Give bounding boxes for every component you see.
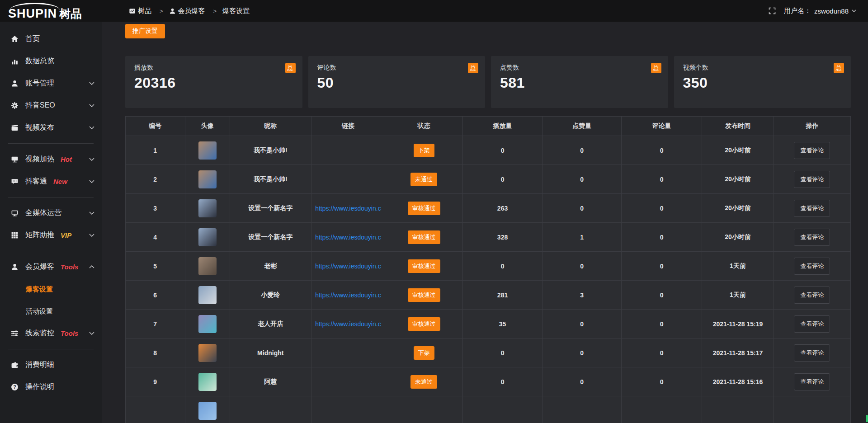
- cell-avatar: [185, 338, 230, 367]
- cell-status: 未通过: [385, 165, 463, 194]
- sidebar-item-数据总览[interactable]: 数据总览: [0, 50, 102, 72]
- cell-plays: 0: [462, 136, 542, 165]
- sidebar-subitem-活动设置[interactable]: 活动设置: [0, 300, 102, 322]
- cell-status: 审核通过: [385, 223, 463, 252]
- cell-avatar: [185, 396, 230, 423]
- fullscreen-icon[interactable]: [769, 7, 776, 14]
- total-badge: 总: [834, 63, 844, 73]
- sidebar-item-线索监控[interactable]: 线索监控Tools: [0, 322, 102, 344]
- view-comments-button[interactable]: 查看评论: [794, 315, 830, 333]
- sidebar-item-消费明细[interactable]: 消费明细: [0, 354, 102, 376]
- sidebar-tag-vip: VIP: [61, 231, 71, 239]
- cell-time: 2021-11-28 15:19: [702, 310, 774, 338]
- cell-link: https://www.iesdouyin.c: [311, 252, 385, 281]
- scrollbar-thumb[interactable]: [866, 415, 868, 422]
- sidebar-item-label: 视频加热: [25, 155, 54, 164]
- breadcrumb-item[interactable]: 会员爆客>: [169, 7, 223, 15]
- sidebar-item-操作说明[interactable]: ?操作说明: [0, 376, 102, 398]
- cell-plays: 0: [462, 367, 542, 396]
- cell-comments: [622, 396, 702, 423]
- view-comments-button[interactable]: 查看评论: [794, 344, 830, 362]
- video-link[interactable]: https://www.iesdouyin.c: [315, 263, 381, 270]
- cell-plays: 0: [462, 252, 542, 281]
- sidebar-item-全媒体运营[interactable]: 全媒体运营: [0, 202, 102, 224]
- view-comments-button[interactable]: 查看评论: [794, 373, 830, 390]
- gear-icon: [10, 102, 19, 109]
- column-header-评论量: 评论量: [622, 117, 702, 136]
- view-comments-button[interactable]: 查看评论: [794, 287, 830, 304]
- column-header-编号: 编号: [126, 117, 185, 136]
- chevron-down-icon: [89, 332, 94, 335]
- view-comments-button[interactable]: 查看评论: [794, 258, 830, 275]
- cell-likes: 0: [542, 338, 622, 367]
- cell-link: [311, 367, 385, 396]
- breadcrumb-item[interactable]: 树品>: [129, 7, 169, 15]
- video-link[interactable]: https://www.iesdouyin.c: [315, 320, 381, 328]
- cell-link: [311, 165, 385, 194]
- avatar: [198, 344, 217, 362]
- stat-card-点赞数: 点赞数581总: [491, 56, 668, 108]
- user-menu[interactable]: 用户名：zswodun88: [784, 7, 856, 15]
- promo-settings-button[interactable]: 推广设置: [125, 24, 165, 38]
- cell-time: 1天前: [702, 281, 774, 310]
- sidebar-divider: [8, 197, 94, 197]
- avatar: [198, 373, 217, 391]
- video-link[interactable]: https://www.iesdouyin.c: [315, 205, 381, 212]
- view-comments-button[interactable]: 查看评论: [794, 142, 830, 159]
- chevron-up-icon: [89, 265, 94, 268]
- app-logo: SHUPIN树品: [0, 1, 102, 21]
- cell-plays: 263: [462, 194, 542, 223]
- cell-action: 查看评论: [774, 223, 850, 252]
- cell-comments: 0: [622, 136, 702, 165]
- stat-card-视频个数: 视频个数350总: [674, 56, 851, 108]
- sidebar-divider: [8, 251, 94, 251]
- column-header-操作: 操作: [774, 117, 850, 136]
- cell-avatar: [185, 252, 230, 281]
- sidebar-subitem-爆客设置[interactable]: 爆客设置: [0, 278, 102, 300]
- view-comments-button[interactable]: 查看评论: [794, 229, 830, 246]
- sidebar-item-抖音SEO[interactable]: 抖音SEO: [0, 94, 102, 117]
- cell-status: 下架: [385, 338, 463, 367]
- scrollbar-track[interactable]: [865, 22, 868, 423]
- cell-plays: 328: [462, 223, 542, 252]
- sidebar-item-首页[interactable]: 首页: [0, 28, 102, 50]
- sidebar-item-会员爆客[interactable]: 会员爆客Tools: [0, 256, 102, 278]
- cell-action: 查看评论: [774, 310, 850, 338]
- sidebar-item-账号管理[interactable]: 账号管理: [0, 72, 102, 94]
- cell-time: 20小时前: [702, 165, 774, 194]
- sidebar-tag-tools: Tools: [61, 263, 78, 271]
- sidebar-item-视频发布[interactable]: 视频发布: [0, 117, 102, 139]
- breadcrumb-item[interactable]: 爆客设置: [222, 7, 250, 15]
- column-header-播放量: 播放量: [462, 117, 542, 136]
- wallet-icon: [10, 361, 19, 369]
- video-link[interactable]: https://www.iesdouyin.c: [315, 234, 381, 241]
- stat-label: 评论数: [317, 64, 476, 72]
- avatar: [198, 141, 217, 160]
- question-icon: ?: [10, 383, 19, 391]
- cell-nickname: 老彬: [230, 252, 311, 281]
- view-comments-button[interactable]: 查看评论: [794, 200, 830, 217]
- sidebar-item-抖客通[interactable]: 抖客通New: [0, 170, 102, 193]
- view-comments-button[interactable]: 查看评论: [794, 171, 830, 188]
- cell-likes: 0: [542, 252, 622, 281]
- cell-time: 2021-11-28 15:17: [702, 338, 774, 367]
- sidebar-item-矩阵助推[interactable]: 矩阵助推VIP: [0, 224, 102, 246]
- cell-id: [126, 396, 185, 423]
- cell-time: 20小时前: [702, 194, 774, 223]
- cell-likes: 0: [542, 367, 622, 396]
- video-link[interactable]: https://www.iesdouyin.c: [315, 291, 381, 299]
- cell-nickname: 设置一个新名字: [230, 223, 311, 252]
- column-header-发布时间: 发布时间: [702, 117, 774, 136]
- cell-plays: 281: [462, 281, 542, 310]
- cell-action: [774, 396, 850, 423]
- sidebar-tag-tools: Tools: [61, 329, 78, 337]
- table-row: 5老彬https://www.iesdouyin.c审核通过0001天前查看评论: [126, 252, 851, 281]
- cell-action: 查看评论: [774, 281, 850, 310]
- cell-avatar: [185, 223, 230, 252]
- cell-link: https://www.iesdouyin.c: [311, 223, 385, 252]
- table-row: 6小爱玲https://www.iesdouyin.c审核通过281301天前查…: [126, 281, 851, 310]
- table-row: 4设置一个新名字https://www.iesdouyin.c审核通过32810…: [126, 223, 851, 252]
- sidebar-item-视频加热[interactable]: 视频加热Hot: [0, 148, 102, 170]
- avatar: [198, 170, 217, 188]
- cell-id: 6: [126, 281, 185, 310]
